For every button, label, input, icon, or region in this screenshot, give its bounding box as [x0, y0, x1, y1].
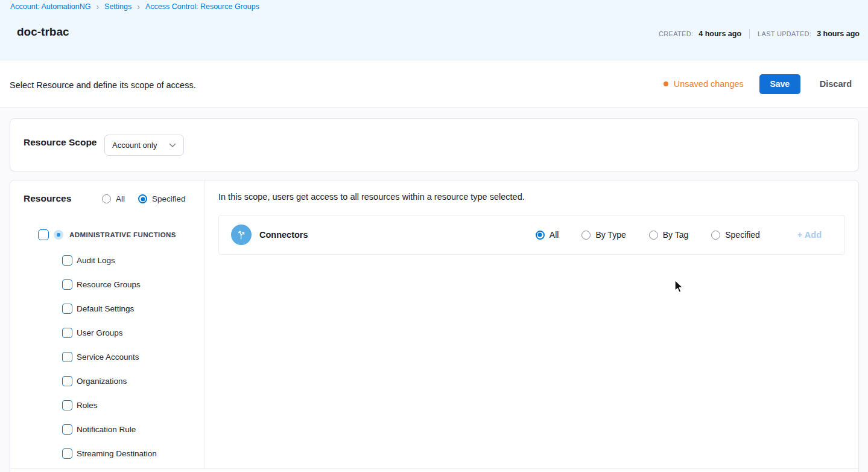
- notification-rule-checkbox[interactable]: [62, 424, 72, 435]
- card-bottom-divider: [10, 468, 858, 469]
- connectors-radio-by-tag-label: By Tag: [663, 230, 689, 240]
- list-item: Audit Logs: [62, 248, 157, 272]
- user-groups-label: User Groups: [77, 328, 123, 337]
- panel-divider: [204, 180, 204, 468]
- roles-checkbox[interactable]: [62, 400, 72, 410]
- chevron-down-icon: [169, 143, 176, 148]
- page-header: Account: AutomationNG › Settings › Acces…: [0, 0, 868, 60]
- connectors-radio-specified[interactable]: Specified: [711, 230, 760, 240]
- list-item: Organizations: [62, 369, 157, 393]
- header-meta: CREATED: 4 hours ago LAST UPDATED: 3 hou…: [659, 29, 860, 39]
- streaming-destination-label: Streaming Destination: [77, 449, 157, 458]
- toolbar-actions: Unsaved changes Save Discard: [664, 60, 852, 107]
- discard-button[interactable]: Discard: [820, 79, 852, 89]
- breadcrumb: Account: AutomationNG › Settings › Acces…: [10, 2, 259, 11]
- resource-scope-card: Resource Scope Account only: [10, 118, 859, 171]
- list-item: Default Settings: [62, 296, 157, 321]
- administrative-functions-label: ADMINISTRATIVE FUNCTIONS: [69, 231, 176, 238]
- connectors-radio-all[interactable]: All: [536, 230, 559, 240]
- audit-logs-checkbox[interactable]: [62, 255, 72, 266]
- connectors-radio-specified-label: Specified: [725, 230, 760, 240]
- radio-unselected-icon[interactable]: [711, 231, 720, 240]
- list-item: Service Accounts: [62, 345, 157, 369]
- streaming-destination-checkbox[interactable]: [62, 448, 72, 459]
- resources-scope-radio-group: All Specified: [102, 194, 186, 203]
- created-label: CREATED:: [659, 30, 693, 37]
- connectors-radio-by-tag[interactable]: By Tag: [649, 230, 689, 240]
- toolbar-description: Select Resource and define its scope of …: [10, 80, 196, 90]
- scope-info-text: In this scope, users get access to all r…: [218, 192, 525, 202]
- resource-groups-checkbox[interactable]: [62, 279, 72, 290]
- breadcrumb-resource-groups-link[interactable]: Access Control: Resource Groups: [145, 2, 259, 11]
- radio-selected-icon[interactable]: [138, 194, 147, 203]
- resource-type-list: Audit Logs Resource Groups Default Setti…: [62, 248, 157, 465]
- resources-radio-specified-label: Specified: [152, 194, 186, 203]
- meta-divider: [749, 29, 750, 39]
- list-item: User Groups: [62, 321, 157, 345]
- unsaved-changes-label: Unsaved changes: [674, 79, 744, 89]
- administrative-functions-checkbox[interactable]: [38, 229, 49, 240]
- breadcrumb-separator-icon: ›: [137, 2, 140, 11]
- last-updated-value: 3 hours ago: [817, 30, 860, 38]
- radio-unselected-icon[interactable]: [581, 231, 591, 240]
- resources-radio-specified[interactable]: Specified: [138, 194, 186, 203]
- radio-unselected-icon[interactable]: [649, 231, 658, 240]
- connectors-label: Connectors: [259, 230, 308, 240]
- breadcrumb-separator-icon: ›: [96, 2, 99, 11]
- connectors-access-radio-group: All By Type By Tag Specified + Add: [536, 230, 822, 240]
- save-button[interactable]: Save: [759, 74, 800, 94]
- resource-scope-label: Resource Scope: [24, 137, 97, 148]
- resource-scope-selected-value: Account only: [112, 141, 157, 150]
- organizations-label: Organizations: [77, 377, 127, 386]
- user-groups-checkbox[interactable]: [62, 328, 72, 338]
- connectors-radio-all-label: All: [550, 230, 559, 240]
- roles-label: Roles: [77, 401, 98, 410]
- radio-unselected-icon[interactable]: [102, 194, 111, 203]
- list-item: Roles: [62, 393, 157, 417]
- default-settings-label: Default Settings: [77, 304, 134, 313]
- created-value: 4 hours ago: [699, 30, 741, 38]
- radio-selected-icon[interactable]: [536, 231, 545, 240]
- resource-group-administrative-functions: ADMINISTRATIVE FUNCTIONS: [38, 229, 176, 240]
- add-button[interactable]: + Add: [797, 230, 822, 240]
- last-updated-label: LAST UPDATED:: [758, 30, 811, 37]
- connectors-fork-arrows-icon: [231, 225, 252, 245]
- resources-label: Resources: [24, 193, 71, 204]
- unsaved-changes-dot-icon: [664, 81, 668, 86]
- resources-radio-all-label: All: [116, 194, 125, 203]
- list-item: Notification Rule: [62, 417, 157, 441]
- breadcrumb-account-link[interactable]: Account: AutomationNG: [10, 2, 90, 11]
- service-accounts-label: Service Accounts: [77, 352, 139, 362]
- default-settings-checkbox[interactable]: [62, 304, 72, 314]
- organizations-checkbox[interactable]: [62, 376, 72, 386]
- toolbar: Select Resource and define its scope of …: [0, 60, 868, 107]
- resource-scope-dropdown[interactable]: Account only: [104, 135, 184, 156]
- audit-logs-label: Audit Logs: [77, 256, 115, 265]
- connectors-radio-by-type-label: By Type: [595, 230, 626, 240]
- breadcrumb-settings-link[interactable]: Settings: [104, 2, 131, 11]
- connectors-row: Connectors All By Type By Tag Specified …: [218, 215, 845, 255]
- connectors-radio-by-type[interactable]: By Type: [581, 230, 626, 240]
- resource-groups-label: Resource Groups: [77, 280, 141, 289]
- list-item: Resource Groups: [62, 272, 157, 296]
- resources-card: Resources All Specified ADMINISTRATIVE F…: [10, 180, 859, 472]
- page-title: doc-trbac: [17, 25, 69, 39]
- list-item: Streaming Destination: [62, 441, 157, 465]
- notification-rule-label: Notification Rule: [77, 425, 136, 434]
- service-accounts-checkbox[interactable]: [62, 352, 72, 362]
- group-indicator-icon: [54, 230, 63, 240]
- resources-radio-all[interactable]: All: [102, 194, 125, 203]
